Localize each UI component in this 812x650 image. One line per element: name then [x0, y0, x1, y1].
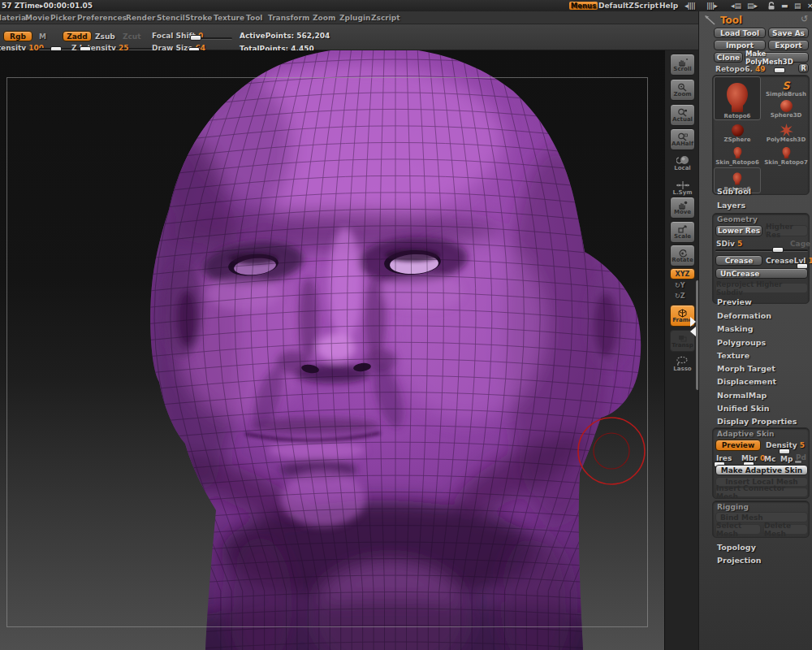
adaptive-preview-button[interactable]: Preview [715, 440, 761, 451]
thumb-skin-retopo7[interactable]: Skin_Retopo7 [764, 145, 808, 166]
select-mesh-button[interactable]: Select Mesh [715, 524, 761, 535]
mc-toggle[interactable]: Mc [764, 455, 775, 463]
z-axis-icon[interactable]: ↻Z [675, 292, 685, 300]
section-projection[interactable]: Projection [717, 556, 762, 565]
lock-icon[interactable] [767, 2, 775, 10]
local-toggle[interactable]: Local [670, 155, 695, 171]
menus-button[interactable]: Menus [572, 1, 595, 11]
menu-transform[interactable]: Transform [268, 14, 309, 22]
pd-handle[interactable] [794, 460, 802, 464]
scale-button[interactable]: Scale [670, 221, 695, 243]
aahalf-button[interactable]: AAHalf [670, 128, 695, 150]
clone-button[interactable]: Clone [714, 52, 743, 63]
menu-movie[interactable]: Movie [25, 14, 50, 22]
close-icon[interactable]: × [807, 2, 812, 10]
lsym-toggle[interactable]: L.Sym [670, 180, 695, 196]
save-as-button[interactable]: Save As [768, 28, 809, 38]
rotate-icon [677, 249, 688, 258]
menu-render[interactable]: Render [126, 14, 155, 22]
pick-tool-icon[interactable] [704, 15, 717, 26]
next-document-icon[interactable]: ▤▸ [747, 2, 758, 10]
help-button[interactable]: Help [659, 2, 678, 10]
sdiv-handle[interactable] [772, 247, 784, 253]
section-normalmap[interactable]: NormalMap [717, 391, 767, 400]
zadd-button[interactable]: Zadd [63, 31, 92, 41]
menu-tool[interactable]: Tool [246, 14, 262, 22]
menu-picker[interactable]: Picker [50, 14, 76, 22]
section-displacement[interactable]: Displacement [717, 377, 776, 386]
cage-button[interactable]: Cage [790, 240, 810, 248]
higher-res-button[interactable]: Higher Res [765, 225, 808, 236]
scrub-back-icon[interactable]: ◂|||| [685, 2, 695, 10]
tool-item-handle[interactable] [774, 67, 785, 73]
geometry-header[interactable]: Geometry [717, 215, 758, 223]
minimize-icon[interactable]: ▬ [781, 2, 788, 10]
menu-zscript[interactable]: Zscript [371, 14, 400, 22]
uncrease-button[interactable]: UnCrease [715, 268, 808, 279]
zsub-button[interactable]: Zsub [95, 32, 115, 41]
transp-icon [677, 334, 688, 343]
tool-item-slider[interactable]: Retopo6. 49 [715, 65, 766, 73]
menu-texture[interactable]: Texture [214, 14, 244, 22]
prev-document-icon[interactable]: ◂▤ [731, 2, 741, 10]
menu-material[interactable]: Material [0, 14, 28, 22]
insert-connector-mesh-button[interactable]: Insert Connector Mesh [715, 488, 808, 497]
r-button[interactable]: R [798, 63, 809, 73]
section-subtool[interactable]: SubTool [717, 187, 751, 196]
focal-shift-handle[interactable] [190, 35, 201, 41]
document-canvas[interactable] [0, 50, 664, 650]
menu-zplugin[interactable]: Zplugin [339, 14, 370, 22]
sdiv-slider[interactable]: SDiv 5 [716, 240, 742, 248]
m-button[interactable]: M [39, 32, 46, 41]
section-topology[interactable]: Topology [717, 543, 756, 552]
load-tool-button[interactable]: Load Tool [714, 28, 766, 38]
menu-zoom[interactable]: Zoom [313, 14, 335, 22]
scrub-forward-icon[interactable]: ||||▸ [706, 2, 717, 10]
section-morph-target[interactable]: Morph Target [717, 364, 775, 373]
scroll-button[interactable]: Scroll [670, 54, 695, 76]
rotate-button[interactable]: Rotate [670, 245, 695, 266]
thumb-simplebrush[interactable]: S SimpleBrush [764, 76, 808, 98]
y-axis-icon[interactable]: ↻Y [675, 282, 685, 289]
section-texture[interactable]: Texture [717, 351, 749, 360]
rigging-header[interactable]: Rigging [717, 503, 749, 511]
thumb-skin-retopo6[interactable]: Skin_Retopo6 [714, 145, 761, 166]
density-handle[interactable] [779, 448, 790, 454]
menu-stencil[interactable]: Stencil [157, 14, 185, 22]
default-zscript-button[interactable]: DefaultZScript [598, 2, 659, 10]
thumb-polymesh3d[interactable]: PolyMesh3D [764, 122, 808, 143]
make-polymesh3d-button[interactable]: Make PolyMesh3D [745, 52, 809, 63]
section-display-properties[interactable]: Display Properties [717, 417, 797, 426]
adaptive-skin-header[interactable]: Adaptive Skin [717, 430, 774, 438]
lower-res-button[interactable]: Lower Res [715, 225, 762, 236]
zoom-button[interactable]: Zoom [670, 79, 695, 101]
zcut-button[interactable]: Zcut [123, 32, 141, 41]
menu-preferences[interactable]: Preferences [77, 14, 127, 22]
active-tool-thumbnail[interactable]: Retopo6 [714, 76, 761, 120]
section-layers[interactable]: Layers [717, 201, 745, 210]
menu-stroke[interactable]: Stroke [185, 14, 212, 22]
thumb-sphere3d[interactable]: Sphere3D [764, 98, 808, 119]
thumb-zsphere[interactable]: ZSphere [714, 122, 761, 143]
xyz-button[interactable]: XYZ [670, 268, 695, 280]
mp-toggle[interactable]: Mp [780, 455, 793, 463]
section-masking[interactable]: Masking [717, 324, 754, 333]
move-button[interactable]: Move [670, 197, 695, 219]
sdiv-track[interactable] [715, 249, 808, 252]
panel-collapse-handle[interactable] [688, 315, 698, 336]
section-deformation[interactable]: Deformation [717, 311, 771, 320]
section-preview[interactable]: Preview [717, 297, 752, 306]
lasso-toggle[interactable]: Lasso [670, 356, 695, 372]
section-polygroups[interactable]: Polygroups [717, 338, 766, 347]
reproject-button[interactable]: Reproject Higher Subdiv [715, 283, 808, 293]
restore-icon[interactable]: ▤ [794, 2, 801, 10]
crease-button[interactable]: Crease [715, 255, 762, 266]
actual-button[interactable]: Actual [670, 104, 695, 126]
magnifier-plus-icon [677, 83, 688, 92]
make-adaptive-skin-button[interactable]: Make Adaptive Skin [715, 465, 808, 475]
history-icon[interactable]: ↺ [801, 14, 808, 24]
section-unified-skin[interactable]: Unified Skin [717, 404, 770, 413]
rgb-button[interactable]: Rgb [3, 31, 32, 41]
panel-title[interactable]: Tool [720, 15, 742, 26]
delete-mesh-button[interactable]: Delete Mesh [763, 524, 808, 535]
